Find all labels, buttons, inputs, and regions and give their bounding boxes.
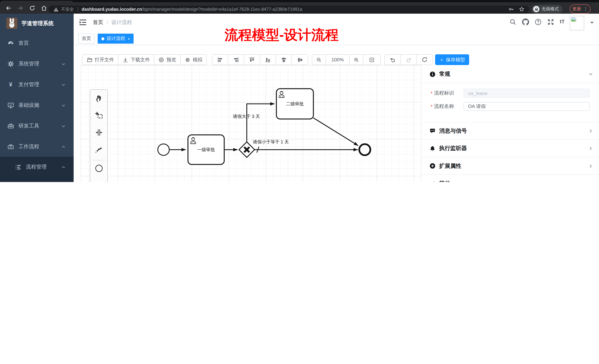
forward-icon[interactable] (17, 5, 24, 11)
preview-button[interactable]: 预览 (154, 55, 181, 65)
exclusive-gateway[interactable] (239, 142, 255, 157)
align-left-button[interactable] (212, 55, 228, 65)
avatar-caret-icon[interactable] (590, 22, 594, 25)
align-bottom-button[interactable] (260, 55, 276, 65)
zoom-out-button[interactable] (312, 55, 326, 65)
align-bottom-icon (265, 57, 271, 63)
bookmark-star-icon[interactable] (519, 6, 525, 12)
app-logo[interactable]: 芋道管理系统 (0, 14, 74, 33)
browser-chrome: 不安全 dashboard.yudao.iocoder.cn/bpm/manag… (0, 0, 599, 14)
save-model-button[interactable]: ＋ 保存模型 (435, 54, 469, 65)
font-size-icon[interactable]: tT (560, 18, 564, 24)
github-icon[interactable] (522, 18, 529, 25)
list-tree-icon (15, 164, 21, 170)
section-other[interactable]: 其他 (421, 175, 599, 182)
breadcrumb-separator: / (106, 19, 108, 26)
align-center-horizontal-button[interactable] (292, 55, 308, 65)
app-title: 芋道管理系统 (21, 20, 54, 27)
yen-icon: ¥ (7, 81, 14, 88)
align-top-button[interactable] (244, 55, 260, 65)
sidebar-submenu: 流程管理 流程表单 用户分组 流程模型 任务管理 请假 (0, 157, 74, 182)
restart-button[interactable] (417, 55, 432, 65)
info-icon (430, 71, 435, 77)
plus-icon: ＋ (439, 56, 444, 63)
sidebar-item-infrastructure[interactable]: 基础设施 (0, 95, 74, 116)
zoom-in-button[interactable] (350, 55, 363, 65)
key-icon[interactable] (508, 6, 514, 12)
section-execution-listener[interactable]: 执行监听器 (421, 140, 599, 157)
sidebar-item-process-form[interactable]: 流程表单 (0, 177, 74, 182)
properties-panel: 常规 * 流程标识 * 流程名称 消息与信号 (421, 65, 599, 182)
button-label: 下载文件 (131, 56, 150, 63)
redo-button[interactable] (401, 55, 417, 65)
flow-task2-to-end[interactable] (313, 118, 358, 146)
process-key-input[interactable] (464, 89, 590, 98)
sidebar-item-label: 首页 (18, 40, 29, 47)
sidebar-item-label: 系统管理 (18, 61, 39, 67)
section-label: 执行监听器 (439, 145, 467, 152)
close-icon[interactable]: × (128, 36, 130, 41)
button-label: 打开文件 (95, 56, 114, 63)
update-button[interactable]: 更新 ⋮ (570, 4, 590, 14)
url-bar[interactable]: 不安全 dashboard.yudao.iocoder.cn/bpm/manag… (48, 5, 529, 13)
home-icon[interactable] (41, 5, 47, 11)
zoom-reset-icon (369, 57, 375, 63)
align-center-vertical-icon (281, 57, 287, 63)
sidebar: 芋道管理系统 首页 系统管理 ¥ 支付管理 基础设施 研发工具 工作 (0, 14, 74, 182)
simulate-button[interactable]: 模拟 (181, 55, 206, 65)
chevron-down-icon (62, 62, 65, 66)
back-icon[interactable] (5, 5, 12, 11)
section-message-signal[interactable]: 消息与信号 (421, 122, 599, 140)
chevron-down-icon (62, 124, 65, 128)
tab-label: 首页 (82, 35, 91, 42)
incognito-icon (533, 6, 539, 12)
sidebar-item-label: 流程管理 (26, 164, 47, 170)
reload-icon[interactable] (29, 5, 35, 11)
file-toolbar-group: 打开文件 下载文件 预览 模拟 (82, 54, 207, 65)
help-icon[interactable] (535, 18, 542, 25)
section-extended-attrs[interactable]: 扩展属性 (421, 157, 599, 175)
collapse-sidebar-icon[interactable] (79, 19, 87, 25)
browser-menu-icon[interactable]: ⋮ (583, 6, 588, 11)
flow-label-le1: 请假小于等于 1 天 (253, 139, 289, 144)
align-right-icon (233, 57, 239, 63)
open-file-button[interactable]: 打开文件 (82, 55, 118, 65)
breadcrumb-home[interactable]: 首页 (93, 19, 103, 26)
dashboard-icon (7, 40, 14, 47)
undo-icon (389, 57, 396, 63)
sidebar-item-system[interactable]: 系统管理 (0, 54, 74, 74)
sidebar-item-workflow[interactable]: 工作流程 (0, 136, 74, 157)
end-event[interactable] (359, 144, 370, 155)
zoom-reset-button[interactable] (363, 55, 380, 65)
download-file-button[interactable]: 下载文件 (118, 55, 154, 65)
redo-icon (405, 57, 412, 63)
tab-home[interactable]: 首页 (78, 34, 95, 44)
start-event[interactable] (158, 144, 169, 155)
gear-icon (7, 61, 14, 67)
tab-design-process[interactable]: 设计流程 × (98, 34, 134, 44)
update-label: 更新 (572, 6, 581, 12)
save-label: 保存模型 (446, 56, 465, 63)
section-label: 消息与信号 (439, 127, 467, 134)
tab-label: 设计流程 (106, 35, 125, 42)
incognito-badge: 无痕模式 (532, 5, 562, 14)
section-label: 常规 (439, 71, 450, 78)
folder-icon (87, 57, 92, 63)
chevron-up-icon (62, 145, 65, 149)
avatar[interactable] (570, 16, 584, 30)
sidebar-item-payment[interactable]: ¥ 支付管理 (0, 74, 74, 95)
align-center-vertical-button[interactable] (276, 55, 292, 65)
process-name-input[interactable] (464, 102, 590, 111)
search-icon[interactable] (510, 18, 517, 25)
browser-tabstrip (0, 0, 599, 2)
undo-button[interactable] (385, 55, 401, 65)
section-general[interactable]: 常规 (421, 65, 599, 83)
fullscreen-icon[interactable] (547, 18, 554, 25)
sidebar-item-process-mgmt[interactable]: 流程管理 (0, 157, 74, 177)
flow-gateway-to-task2[interactable] (247, 104, 274, 142)
sidebar-item-home[interactable]: 首页 (0, 33, 74, 54)
sidebar-item-devtools[interactable]: 研发工具 (0, 116, 74, 136)
user-task-level2[interactable]: 二级审批 (276, 89, 313, 119)
user-task-level1[interactable]: 一级审批 (188, 135, 224, 164)
align-right-button[interactable] (228, 55, 244, 65)
